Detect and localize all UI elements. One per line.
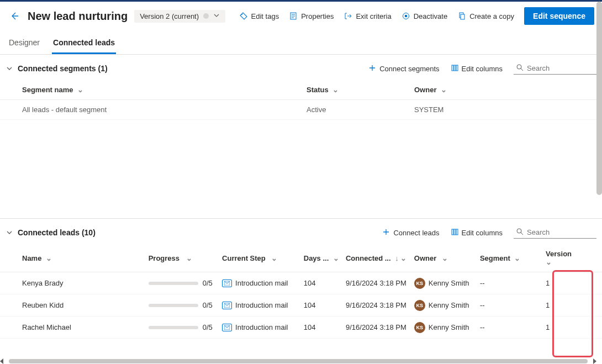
col-current-step[interactable]: Current Step ⌄ xyxy=(222,254,304,262)
mail-icon xyxy=(222,302,232,309)
connect-segments-button[interactable]: Connect segments xyxy=(368,64,439,73)
vertical-scrollbar[interactable] xyxy=(596,2,602,358)
edit-sequence-button[interactable]: Edit sequence xyxy=(524,7,594,25)
progress-bar xyxy=(149,326,198,329)
exit-criteria-button[interactable]: Exit criteria xyxy=(344,12,391,20)
cell-step: Introduction mail xyxy=(222,279,304,287)
cell-step: Introduction mail xyxy=(222,301,304,309)
back-button[interactable] xyxy=(8,9,21,23)
col-segment[interactable]: Segment ⌄ xyxy=(480,254,546,262)
collapse-leads-icon[interactable] xyxy=(6,229,13,236)
cell-owner: KSKenny Smith xyxy=(414,322,480,333)
cell-days: 104 xyxy=(304,323,346,331)
cell-segment: -- xyxy=(480,279,546,287)
leads-section-header: Connected leads (10) Connect leads Edit … xyxy=(0,219,602,244)
page-header: New lead nurturing Version 2 (current) E… xyxy=(0,2,602,33)
plus-icon xyxy=(368,64,376,73)
cell-name: Kenya Brady xyxy=(22,279,149,287)
cell-owner: KSKenny Smith xyxy=(414,300,480,311)
mail-icon xyxy=(222,279,232,287)
properties-icon xyxy=(289,12,298,20)
columns-icon xyxy=(451,228,458,238)
search-icon xyxy=(516,228,524,237)
cell-connected: 9/16/2024 3:18 PM xyxy=(346,323,414,331)
action-bar: Edit tags Properties Exit criteria Deact… xyxy=(239,7,594,25)
avatar: KS xyxy=(414,300,425,311)
cell-progress: 0/5 xyxy=(149,301,222,309)
svg-rect-11 xyxy=(456,229,458,235)
tab-bar: Designer Connected leads xyxy=(0,33,602,55)
cell-progress: 0/5 xyxy=(149,279,222,287)
table-row[interactable]: Kenya Brady 0/5 Introduction mail 104 9/… xyxy=(0,272,602,294)
segments-section-header: Connected segments (1) Connect segments … xyxy=(0,55,602,80)
avatar: KS xyxy=(414,322,425,333)
cell-version: 1 xyxy=(546,279,580,287)
cell-progress: 0/5 xyxy=(149,323,222,331)
leads-search-input[interactable] xyxy=(527,228,594,236)
col-owner[interactable]: Owner ⌄ xyxy=(414,86,580,94)
cell-segment-name: All leads - default segment xyxy=(22,105,307,114)
cell-step: Introduction mail xyxy=(222,323,304,331)
col-owner[interactable]: Owner ⌄ xyxy=(414,254,480,262)
avatar: KS xyxy=(414,278,425,289)
chevron-down-icon xyxy=(213,12,220,20)
scroll-thumb[interactable] xyxy=(596,2,602,195)
cell-version: 1 xyxy=(546,323,580,331)
page-title: New lead nurturing xyxy=(28,10,128,23)
cell-days: 104 xyxy=(304,279,346,287)
leads-table-header: Name ⌄ Progress ⌄ Current Step ⌄ Days ..… xyxy=(0,244,602,272)
table-row[interactable]: Rachel Michael 0/5 Introduction mail 104… xyxy=(0,316,602,339)
col-connected[interactable]: Connected ... ↓ ⌄ xyxy=(346,254,414,262)
svg-point-8 xyxy=(517,65,521,69)
segments-search[interactable] xyxy=(514,62,596,75)
sort-down-icon: ↓ ⌄ xyxy=(393,254,407,262)
col-days[interactable]: Days ... ⌄ xyxy=(304,254,346,262)
col-name[interactable]: Name ⌄ xyxy=(22,254,149,262)
version-status-dot xyxy=(203,13,209,19)
copy-icon xyxy=(457,12,466,20)
horizontal-scrollbar[interactable] xyxy=(0,358,596,364)
leads-search[interactable] xyxy=(514,226,596,239)
cell-name: Reuben Kidd xyxy=(22,301,149,309)
search-icon xyxy=(516,64,524,73)
table-row[interactable]: All leads - default segment Active SYSTE… xyxy=(0,100,602,120)
tag-icon xyxy=(239,12,248,20)
create-copy-button[interactable]: Create a copy xyxy=(457,12,514,20)
properties-button[interactable]: Properties xyxy=(289,12,334,20)
segments-search-input[interactable] xyxy=(527,64,594,72)
col-segment-name[interactable]: Segment name ⌄ xyxy=(22,86,307,94)
chevron-down-icon: ⌄ xyxy=(331,86,339,94)
cell-connected: 9/16/2024 3:18 PM xyxy=(346,279,414,287)
cell-owner: SYSTEM xyxy=(414,105,580,114)
deactivate-button[interactable]: Deactivate xyxy=(402,12,447,20)
connect-leads-button[interactable]: Connect leads xyxy=(382,228,439,238)
tab-designer[interactable]: Designer xyxy=(8,33,41,54)
cell-segment: -- xyxy=(480,301,546,309)
col-progress[interactable]: Progress ⌄ xyxy=(149,254,222,262)
cell-connected: 9/16/2024 3:18 PM xyxy=(346,301,414,309)
cell-owner: KSKenny Smith xyxy=(414,278,480,289)
svg-rect-9 xyxy=(452,229,453,235)
columns-icon xyxy=(451,64,458,73)
chevron-down-icon: ⌄ xyxy=(439,86,447,94)
col-version[interactable]: Version ⌄ xyxy=(546,250,580,266)
scroll-thumb[interactable] xyxy=(9,359,588,363)
cell-version: 1 xyxy=(546,301,580,309)
svg-point-12 xyxy=(517,229,521,233)
tab-connected-leads[interactable]: Connected leads xyxy=(52,33,116,54)
version-dropdown[interactable]: Version 2 (current) xyxy=(134,10,225,23)
collapse-segments-icon[interactable] xyxy=(6,65,13,72)
plus-icon xyxy=(382,228,390,238)
edit-tags-button[interactable]: Edit tags xyxy=(239,12,279,20)
svg-rect-7 xyxy=(456,65,458,71)
mail-icon xyxy=(222,324,232,331)
leads-title: Connected leads (10) xyxy=(18,228,96,237)
table-row[interactable]: Reuben Kidd 0/5 Introduction mail 104 9/… xyxy=(0,294,602,316)
svg-point-0 xyxy=(241,14,242,15)
cell-days: 104 xyxy=(304,301,346,309)
col-status[interactable]: Status ⌄ xyxy=(307,86,414,94)
edit-columns-segments-button[interactable]: Edit columns xyxy=(451,64,503,73)
svg-rect-4 xyxy=(461,14,464,19)
svg-rect-10 xyxy=(454,229,456,235)
edit-columns-leads-button[interactable]: Edit columns xyxy=(451,228,503,238)
